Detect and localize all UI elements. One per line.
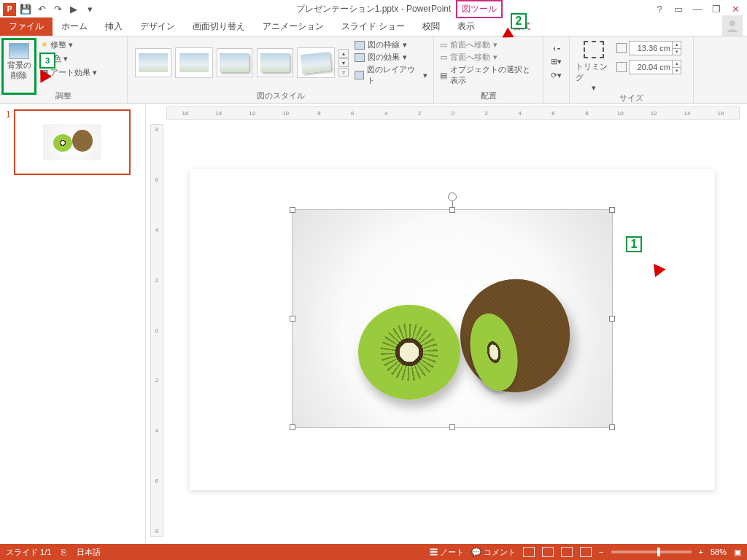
minimize-button[interactable]: — (689, 2, 706, 17)
normal-view-button[interactable] (523, 547, 535, 557)
spin-up-icon[interactable]: ▴ (673, 61, 681, 68)
resize-handle-mr[interactable] (609, 316, 615, 322)
ribbon-group-adjust: 背景の 削除 3 ☀修整 ▾ 🎨色 ▾ ▦アート効果 ▾ 調整 (0, 36, 128, 103)
status-bar: スライド 1/1 ⎘ 日本語 ☰ ノート 💬 コメント − + 58% ▣ (0, 544, 747, 560)
status-language[interactable]: 日本語 (77, 547, 101, 558)
spin-down-icon[interactable]: ▾ (673, 68, 681, 74)
resize-handle-tl[interactable] (290, 207, 295, 213)
picture-layout-button[interactable]: 図のレイアウト ▾ (355, 64, 427, 86)
tab-animations[interactable]: アニメーション (254, 18, 333, 36)
selected-picture[interactable]: 1 (292, 209, 613, 428)
bring-forward-button[interactable]: ▭前面へ移動 ▾ (440, 39, 537, 50)
resize-handle-bl[interactable] (290, 424, 295, 430)
qat-undo[interactable]: ↶ (35, 3, 48, 16)
picture-border-button[interactable]: 図の枠線 ▾ (355, 39, 427, 50)
corrections-button[interactable]: ☀修整 ▾ (41, 39, 97, 50)
contextual-tab-group: 図ツール (456, 0, 503, 18)
callout-1: 1 (626, 236, 642, 252)
zoom-out-button[interactable]: − (599, 548, 603, 556)
sorter-view-button[interactable] (542, 547, 554, 557)
picture-styles-gallery[interactable]: ▴ ▾ ▿ 図の枠線 ▾ 図の効果 ▾ 図のレイアウト ▾ (133, 39, 427, 86)
horizontal-ruler: 1614121086420246810121416 (166, 106, 740, 120)
ribbon: 背景の 削除 3 ☀修整 ▾ 🎨色 ▾ ▦アート効果 ▾ 調整 ▴ ▾ ▿ 図の… (0, 36, 747, 104)
tab-transitions[interactable]: 画面切り替え (184, 18, 254, 36)
callout-3: 3 (39, 52, 55, 69)
tab-insert[interactable]: 挿入 (96, 18, 131, 36)
reading-view-button[interactable] (561, 547, 573, 557)
send-backward-icon: ▭ (440, 52, 447, 62)
crop-icon (584, 41, 604, 58)
resize-handle-br[interactable] (609, 424, 615, 430)
slide-canvas[interactable]: 1 (190, 169, 715, 490)
tab-home[interactable]: ホーム (53, 18, 96, 36)
zoom-slider[interactable] (611, 551, 692, 553)
gallery-down-icon[interactable]: ▾ (338, 58, 349, 67)
close-button[interactable]: ✕ (727, 2, 744, 17)
picture-style-3[interactable] (217, 48, 253, 77)
spin-down-icon[interactable]: ▾ (673, 49, 681, 55)
qat-start-slideshow[interactable]: ▶ (67, 3, 80, 16)
zoom-slider-knob[interactable] (657, 548, 660, 556)
resize-handle-tr[interactable] (609, 207, 615, 213)
notes-button[interactable]: ☰ ノート (430, 547, 464, 558)
tab-design[interactable]: デザイン (131, 18, 184, 36)
slide-thumbnail-panel[interactable]: 1 (0, 104, 146, 544)
height-field-row: 13.36 cm ▴▾ (616, 41, 681, 55)
slide-thumbnail-1[interactable] (14, 109, 131, 175)
zoom-in-button[interactable]: + (699, 548, 703, 556)
resize-handle-tm[interactable] (449, 207, 455, 213)
title-bar: P 💾 ↶ ↷ ▶ ▾ プレゼンテーション1.pptx - PowerPoint… (0, 0, 747, 18)
width-field-row: 20.04 cm ▴▾ (616, 60, 681, 74)
width-icon (616, 62, 627, 72)
shape-width-input[interactable]: 20.04 cm ▴▾ (629, 60, 681, 74)
shape-height-input[interactable]: 13.36 cm ▴▾ (629, 41, 681, 55)
picture-style-2[interactable] (176, 48, 212, 77)
zoom-percent[interactable]: 58% (711, 548, 727, 556)
selection-pane-button[interactable]: ▤オブジェクトの選択と表示 (440, 64, 537, 86)
spellcheck-icon[interactable]: ⎘ (61, 548, 66, 556)
comments-button[interactable]: 💬 コメント (471, 547, 516, 558)
send-backward-button[interactable]: ▭背面へ移動 ▾ (440, 52, 537, 63)
callout-2: 2 (511, 13, 527, 29)
tab-review[interactable]: 校閲 (414, 18, 449, 36)
qat-redo[interactable]: ↷ (51, 3, 64, 16)
slide-edit-area[interactable]: 1614121086420246810121416 864202468 (146, 104, 747, 544)
picture-style-1[interactable] (135, 48, 171, 77)
workspace: 1 1614121086420246810121416 864202468 (0, 104, 747, 544)
qat-customize[interactable]: ▾ (83, 3, 96, 16)
remove-background-icon (9, 43, 29, 59)
app-icon: P (3, 3, 16, 16)
tab-view[interactable]: 表示 (449, 18, 484, 36)
callout-2-arrow-icon (495, 29, 511, 45)
vertical-ruler: 864202468 (150, 124, 163, 537)
ribbon-group-arrange: ▭前面へ移動 ▾ ▭背面へ移動 ▾ ▤オブジェクトの選択と表示 配置 (434, 36, 543, 103)
window-controls: ? ▭ — ❐ ✕ (651, 2, 747, 17)
spin-up-icon[interactable]: ▴ (673, 42, 681, 49)
group-icon[interactable]: ⊞▾ (551, 57, 562, 66)
align-icon[interactable]: ⫞▾ (552, 44, 561, 52)
restore-button[interactable]: ❐ (708, 2, 725, 17)
help-button[interactable]: ? (651, 2, 668, 17)
slideshow-view-button[interactable] (580, 547, 592, 557)
tab-slideshow[interactable]: スライド ショー (333, 18, 414, 36)
crop-button[interactable]: トリミング ▾ (576, 41, 612, 93)
picture-style-5[interactable] (298, 48, 334, 77)
gallery-more-icon[interactable]: ▿ (338, 68, 349, 77)
rotation-handle[interactable] (448, 192, 457, 201)
gallery-up-icon[interactable]: ▴ (338, 49, 349, 58)
picture-style-4[interactable] (257, 48, 293, 77)
tab-file[interactable]: ファイル (0, 18, 53, 36)
picture-effects-button[interactable]: 図の効果 ▾ (355, 52, 427, 63)
remove-background-label-1: 背景の (7, 61, 31, 69)
status-slide-indicator[interactable]: スライド 1/1 (6, 547, 51, 558)
thumbnail-image-icon (43, 124, 101, 160)
qat-save[interactable]: 💾 (19, 3, 32, 16)
ribbon-display-options[interactable]: ▭ (670, 2, 687, 17)
fit-to-window-button[interactable]: ▣ (734, 548, 741, 557)
account-avatar[interactable] (722, 15, 743, 36)
rotate-icon[interactable]: ⟳▾ (551, 71, 562, 80)
resize-handle-bm[interactable] (449, 424, 455, 430)
effects-icon (355, 53, 365, 62)
ribbon-group-picture-styles: ▴ ▾ ▿ 図の枠線 ▾ 図の効果 ▾ 図のレイアウト ▾ 図のスタイル (128, 36, 434, 103)
resize-handle-ml[interactable] (290, 316, 295, 322)
